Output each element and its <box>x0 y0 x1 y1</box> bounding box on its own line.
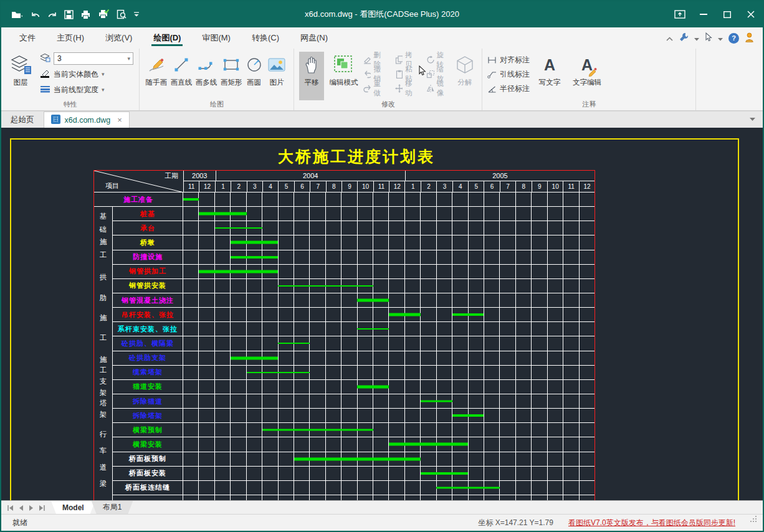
layers-button[interactable]: 图层 <box>6 52 35 100</box>
grid-cell <box>310 380 325 394</box>
open-folder-icon[interactable] <box>11 10 24 19</box>
aligned-dim-button[interactable]: 对齐标注 <box>487 54 530 66</box>
month-cell: 3 <box>437 181 452 192</box>
minimize-button[interactable] <box>692 4 715 25</box>
grid-cell <box>279 409 294 422</box>
undo-icon[interactable] <box>31 10 41 19</box>
grid-cell <box>231 336 246 350</box>
grid-cell <box>389 322 404 336</box>
grid-cell <box>469 265 484 278</box>
menu-draw[interactable]: 绘图(D) <box>143 27 191 49</box>
image-button[interactable]: 图片 <box>265 52 289 100</box>
grid-cell <box>484 265 500 278</box>
line-icon <box>173 52 189 78</box>
tab-document-active[interactable]: x6d.com.dwg × <box>44 112 130 128</box>
grid-cell <box>389 467 404 480</box>
close-button[interactable] <box>739 4 763 25</box>
write-text-button[interactable]: A 写文字 <box>536 52 563 100</box>
pan-button[interactable]: 平移 <box>299 52 324 100</box>
draw-line-button[interactable]: 画直线 <box>170 52 193 100</box>
grid-cell <box>183 279 199 293</box>
grid-cell <box>279 394 294 408</box>
grid-cell <box>326 265 341 278</box>
grid-cell <box>484 452 500 466</box>
rectangle-button[interactable]: 画矩形 <box>219 52 243 100</box>
grid-cell <box>469 351 484 365</box>
grid-cell <box>310 366 325 379</box>
grid-cell <box>532 409 547 422</box>
last-sheet-icon[interactable] <box>39 502 45 513</box>
edit-mode-button[interactable]: 编辑模式 <box>328 52 360 100</box>
print-preview-icon[interactable] <box>117 9 127 19</box>
wrench-caret-icon[interactable] <box>694 34 699 43</box>
circle-button[interactable]: 画圆 <box>244 52 264 100</box>
wrench-icon[interactable] <box>679 32 689 44</box>
radius-dim-button[interactable]: 半径标注 <box>487 82 530 95</box>
grid-cell <box>373 279 389 293</box>
grid-cell <box>548 235 563 249</box>
grid-cell <box>548 467 563 480</box>
collapse-ribbon-icon[interactable] <box>666 34 673 43</box>
grid-cell <box>247 207 262 221</box>
grid-cell <box>437 409 452 422</box>
grid-cell <box>452 394 468 408</box>
grid-cell <box>279 207 294 221</box>
menu-browse[interactable]: 浏览(V) <box>95 27 143 49</box>
freehand-button[interactable]: 随手画 <box>145 52 168 100</box>
grid-cell <box>326 467 341 480</box>
sheet-tab-model[interactable]: Model <box>51 501 95 514</box>
entity-color-button[interactable]: 当前实体颜色▾ <box>40 67 133 81</box>
gantt-row: 桥面板预制 <box>113 452 594 467</box>
month-cell: 7 <box>500 181 516 192</box>
menu-cloud[interactable]: 网盘(N) <box>290 27 338 49</box>
tab-list-caret-icon[interactable] <box>750 112 763 128</box>
leader-dim-button[interactable]: 引线标注 <box>487 68 530 80</box>
month-cell: 4 <box>263 181 279 192</box>
maximize-button[interactable] <box>715 4 739 25</box>
grid-cell <box>247 308 262 321</box>
polyline-button[interactable]: 画多线 <box>194 52 218 100</box>
sheet-tab-layout1[interactable]: 布局1 <box>92 501 133 514</box>
layer-select[interactable]: 3▾ <box>54 52 133 65</box>
grid-cell <box>310 265 325 278</box>
grid-cell <box>532 366 547 379</box>
tab-start-page[interactable]: 起始页 <box>1 112 44 128</box>
grid-cell <box>294 437 310 451</box>
gantt-rows: 钢管拱加工钢管拱安装钢管混凝土浇注吊杆安装、张拉系杆束安装、张拉砼拱肋、横隔梁 <box>113 265 594 351</box>
tab-close-icon[interactable]: × <box>115 115 122 125</box>
grid-cell <box>341 394 357 408</box>
grid-cell <box>563 423 579 437</box>
grid-cell <box>358 495 373 500</box>
first-sheet-icon[interactable] <box>7 502 14 513</box>
customize-quick-access-icon[interactable] <box>133 11 140 18</box>
save-icon[interactable] <box>64 10 74 19</box>
menu-convert[interactable]: 转换(C) <box>241 27 290 49</box>
grid-cell <box>358 250 373 264</box>
redo-icon[interactable] <box>47 10 57 19</box>
grid-cell <box>452 495 468 500</box>
boxed-arrow-button[interactable] <box>668 4 692 25</box>
promo-link[interactable]: 看图纸V7.0英文版发布，与看图纸会员版同步更新! <box>568 518 735 528</box>
grid-cell <box>199 394 214 408</box>
help-icon[interactable]: ? <box>728 33 739 44</box>
prev-sheet-icon[interactable] <box>19 502 24 513</box>
edit-text-button[interactable]: A 文字编辑 <box>570 52 604 100</box>
resize-grip[interactable] <box>750 520 757 526</box>
grid-cell <box>469 495 484 500</box>
print-icon[interactable] <box>80 10 91 19</box>
next-sheet-icon[interactable] <box>29 502 34 513</box>
drawing-canvas[interactable]: 大桥施工进度计划表 项目 工期 200320042005 11121234567… <box>1 128 763 500</box>
grid-cell <box>469 322 484 336</box>
menu-file[interactable]: 文件 <box>9 27 46 49</box>
grid-cell <box>310 409 325 422</box>
grid-cell <box>469 452 484 466</box>
grid-cell <box>262 322 278 336</box>
cursor-icon[interactable] <box>705 32 712 44</box>
line-width-button[interactable]: 当前线型宽度▾ <box>40 83 133 97</box>
menu-review[interactable]: 审图(M) <box>191 27 241 49</box>
grid-cell <box>231 467 246 480</box>
user-icon[interactable] <box>745 32 754 44</box>
print-check-icon[interactable] <box>98 9 110 19</box>
menu-home[interactable]: 主页(H) <box>46 27 95 49</box>
cursor-caret-icon[interactable] <box>718 34 723 43</box>
